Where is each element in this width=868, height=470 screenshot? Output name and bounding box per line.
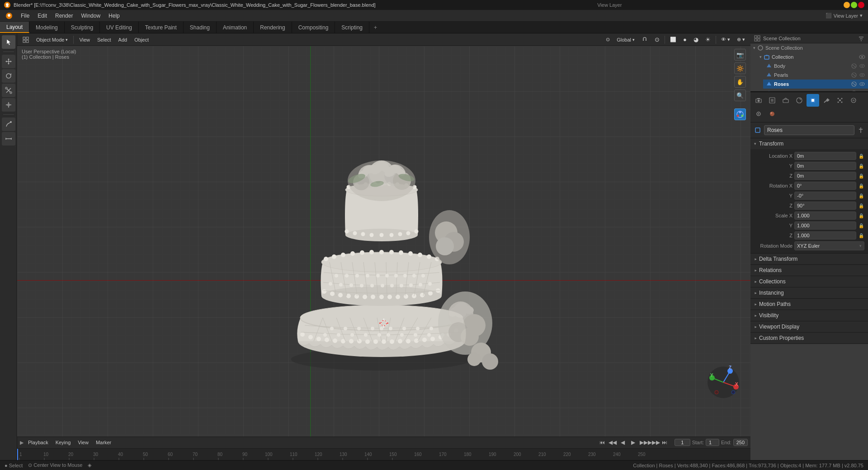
outliner-roses[interactable]: Roses [763, 80, 868, 89]
restrict-viewport-pearls[interactable] [859, 72, 865, 78]
location-x-lock[interactable]: 🔒 [858, 153, 864, 159]
jump-start-button[interactable]: ⏮ [598, 438, 607, 447]
collections-header[interactable]: ▾ Collections [750, 276, 868, 287]
restrict-viewport-body[interactable] [859, 63, 865, 69]
next-keyframe-button[interactable]: ▶▶▶ [650, 438, 659, 447]
menu-window[interactable]: Window [77, 11, 104, 20]
menu-file[interactable]: File [17, 11, 33, 20]
scale-z-lock[interactable]: 🔒 [858, 232, 864, 239]
output-props-icon[interactable] [766, 94, 778, 107]
tab-compositing[interactable]: Compositing [292, 22, 335, 33]
maximize-button[interactable] [851, 2, 857, 8]
menu-edit[interactable]: Edit [34, 11, 51, 20]
camera-view-button[interactable]: 📷 [734, 49, 746, 61]
gizmo-button[interactable]: ⊕ ▾ [734, 36, 748, 43]
scale-y-value[interactable]: 1.000 [794, 221, 856, 230]
viewport-display-header[interactable]: ▾ Viewport Display [750, 321, 868, 332]
restrict-render-body[interactable] [851, 63, 857, 69]
playback-menu[interactable]: Playback [25, 439, 51, 446]
view-menu-timeline[interactable]: View [75, 439, 91, 446]
tab-modeling[interactable]: Modeling [29, 22, 65, 33]
delta-transform-header[interactable]: ▾ Delta Transform [750, 254, 868, 264]
scale-x-value[interactable]: 1.000 [794, 212, 856, 220]
scale-tool-button[interactable] [2, 84, 15, 97]
zoom-button[interactable]: 🔍 [734, 89, 746, 101]
end-frame-input[interactable]: 250 [733, 439, 748, 446]
prev-keyframe-button[interactable]: ◀◀ [608, 438, 617, 447]
location-y-value[interactable]: 0m [794, 162, 856, 170]
render-props-icon[interactable] [752, 94, 765, 107]
material-props-icon[interactable] [766, 108, 778, 120]
play-button[interactable]: ▶ [629, 438, 638, 447]
tab-layout[interactable]: Layout [0, 22, 29, 33]
rotate-tool-button[interactable] [2, 69, 15, 83]
collection-toggle-2[interactable] [760, 55, 762, 59]
tab-uv-editing[interactable]: UV Editing [100, 22, 139, 33]
transform-pivot-button[interactable]: ⊙ [603, 36, 613, 43]
annotate-tool-button[interactable] [2, 118, 15, 131]
restrict-viewport-tray[interactable] [859, 90, 865, 91]
tab-animation[interactable]: Animation [217, 22, 254, 33]
view-layer-selector[interactable]: ⬛ View Layer ▾ [822, 13, 866, 19]
rotation-x-lock[interactable]: 🔒 [858, 183, 864, 189]
close-button[interactable] [858, 2, 864, 8]
outliner-scene-collection[interactable]: Scene Collection [750, 43, 868, 52]
instancing-header[interactable]: ▾ Instancing [750, 287, 868, 298]
constraints-props-icon[interactable] [752, 108, 765, 120]
next-frame-button[interactable]: ▶▶ [639, 438, 648, 447]
add-workspace-button[interactable]: + [369, 22, 382, 33]
tab-sculpting[interactable]: Sculpting [65, 22, 100, 33]
view-layer-props-icon[interactable] [779, 94, 792, 107]
location-z-value[interactable]: 0m [794, 172, 856, 180]
measure-tool-button[interactable] [2, 132, 15, 146]
tab-shading[interactable]: Shading [184, 22, 217, 33]
outliner-collection[interactable]: Collection [757, 52, 868, 61]
location-y-lock[interactable]: 🔒 [858, 163, 864, 169]
viewport-3d[interactable]: Object Mode ▾ View Select Add Object ⊙ G… [17, 33, 750, 437]
object-mode-selector[interactable]: Object Mode ▾ [33, 36, 71, 43]
properties-scroll[interactable]: ▾ Transform Location X 0m 🔒 [750, 138, 868, 460]
filter-icon[interactable] [858, 35, 864, 42]
outliner-body[interactable]: Body [763, 61, 868, 70]
select-tool-button[interactable] [2, 35, 15, 49]
scale-z-value[interactable]: 1.000 [794, 231, 856, 240]
minimize-button[interactable] [844, 2, 850, 8]
jump-end-button[interactable]: ⏭ [660, 438, 669, 447]
render-preview-button[interactable]: 🔆 [734, 62, 746, 74]
select-menu[interactable]: Select [94, 36, 114, 43]
outliner-pearls[interactable]: Pearls [763, 70, 868, 80]
outliner-tray[interactable]: Tray [763, 89, 868, 91]
scale-y-lock[interactable]: 🔒 [858, 222, 864, 229]
rotation-y-value[interactable]: -0° [794, 192, 856, 200]
rotation-z-value[interactable]: 90° [794, 202, 856, 210]
marker-menu[interactable]: Marker [93, 439, 114, 446]
viewport-gizmo[interactable]: Z X Y [705, 364, 741, 400]
visibility-icon[interactable] [859, 54, 865, 60]
wireframe-shading-button[interactable]: ⬜ [667, 36, 679, 43]
transform-header[interactable]: ▾ Transform [750, 138, 868, 149]
physics-props-icon[interactable] [847, 94, 860, 107]
particles-props-icon[interactable] [834, 94, 846, 107]
pin-icon[interactable] [857, 127, 864, 134]
move-tool-button[interactable] [2, 55, 15, 68]
rotation-x-value[interactable]: 0° [794, 182, 856, 190]
visibility-header[interactable]: ▾ Visibility [750, 310, 868, 321]
editor-type-button[interactable] [20, 36, 32, 44]
transform-tool-button[interactable] [2, 98, 15, 112]
rotation-mode-select[interactable]: XYZ Euler ▾ [794, 241, 864, 250]
prev-frame-button[interactable]: ◀ [618, 438, 627, 447]
global-transform-button[interactable]: Global ▾ [614, 36, 637, 43]
location-x-value[interactable]: 0m [794, 152, 856, 160]
restrict-render-tray[interactable] [851, 90, 857, 91]
custom-properties-header[interactable]: ▾ Custom Properties [750, 333, 868, 343]
rotation-z-lock[interactable]: 🔒 [858, 202, 864, 209]
location-z-lock[interactable]: 🔒 [858, 173, 864, 179]
collection-toggle[interactable] [753, 46, 755, 50]
menu-help[interactable]: Help [105, 11, 123, 20]
rotation-y-lock[interactable]: 🔒 [858, 193, 864, 199]
timeline-ruler[interactable]: 1 10 20 30 40 50 60 70 80 90 100 110 [17, 449, 750, 460]
camera-direction-button[interactable] [734, 108, 746, 120]
object-props-icon[interactable] [807, 94, 819, 107]
tab-rendering[interactable]: Rendering [254, 22, 292, 33]
rendered-shading-button[interactable]: ☀ [703, 35, 713, 44]
